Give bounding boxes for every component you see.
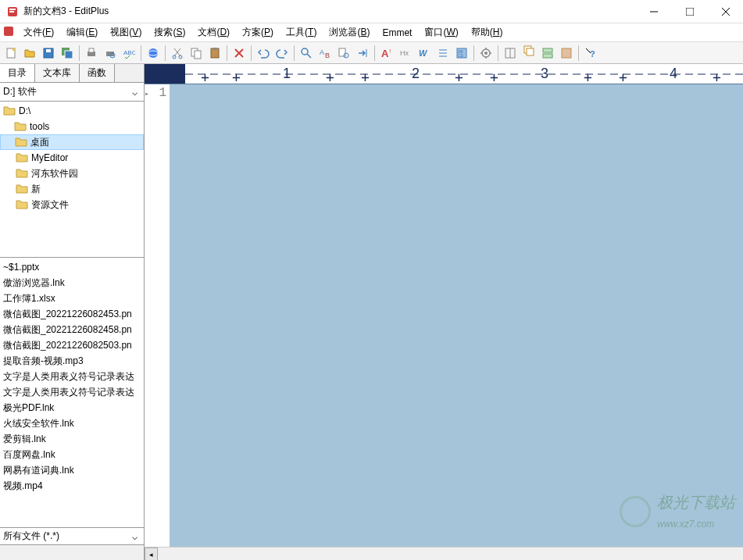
new-file-icon[interactable] xyxy=(2,45,20,62)
svg-rect-13 xyxy=(65,51,73,59)
list-item[interactable]: 视频.mp4 xyxy=(0,478,144,494)
print-icon[interactable] xyxy=(83,45,100,62)
svg-text:↑: ↑ xyxy=(388,48,391,55)
cut-icon[interactable] xyxy=(169,45,186,62)
minimize-button[interactable] xyxy=(643,4,665,20)
chevron-down-icon[interactable]: ⌵ xyxy=(128,87,141,98)
list-item[interactable]: 网易有道词典.lnk xyxy=(0,462,144,478)
chevron-down-icon[interactable]: ⌵ xyxy=(128,531,141,542)
window-title: 新的文档3 - EditPlus xyxy=(23,5,643,18)
window-horiz-icon[interactable] xyxy=(539,45,556,62)
open-file-icon[interactable] xyxy=(21,45,38,62)
list-item[interactable]: 文字是人类用表义符号记录表达 xyxy=(0,384,144,400)
word-wrap-icon[interactable]: W xyxy=(416,45,433,62)
list-item[interactable]: ~$1.pptx xyxy=(0,259,144,275)
copy-icon[interactable] xyxy=(188,45,205,62)
tree-item[interactable]: 资源文件 xyxy=(0,197,144,212)
close-button[interactable] xyxy=(715,4,737,20)
redo-icon[interactable] xyxy=(273,45,291,62)
browser-icon[interactable] xyxy=(145,45,162,62)
find-icon[interactable] xyxy=(298,45,315,62)
svg-rect-56 xyxy=(543,48,552,52)
list-item[interactable]: 爱剪辑.lnk xyxy=(0,431,144,447)
folder-open-icon xyxy=(3,105,16,116)
tree-item[interactable]: D:\ xyxy=(0,103,144,119)
line-number-icon[interactable] xyxy=(434,45,452,62)
menu-emmet[interactable]: Emmet xyxy=(376,26,418,40)
menu-tools[interactable]: 工具(T) xyxy=(280,24,323,41)
paste-icon[interactable] xyxy=(206,45,223,62)
svg-rect-24 xyxy=(195,51,201,59)
folder-tree: D:\ tools 桌面 MyEditor 河东软件园 新 xyxy=(0,102,144,258)
window-max-icon[interactable] xyxy=(558,45,575,62)
tree-item[interactable]: tools xyxy=(0,119,144,134)
app-menu-icon[interactable] xyxy=(3,26,14,39)
delete-icon[interactable] xyxy=(230,45,248,62)
list-item[interactable]: 微信截图_20221226082453.pn xyxy=(0,306,144,322)
tab-cliptext[interactable]: 文本库 xyxy=(35,64,80,82)
replace-icon[interactable]: AB xyxy=(316,45,334,62)
window-tile-icon[interactable] xyxy=(502,45,519,62)
filter-label: 所有文件 (*.*) xyxy=(3,530,128,543)
tree-item[interactable]: 新 xyxy=(0,181,144,197)
menu-window[interactable]: 窗口(W) xyxy=(418,24,464,41)
tree-item[interactable]: MyEditor xyxy=(0,150,144,166)
menu-project[interactable]: 方案(P) xyxy=(236,24,280,41)
svg-rect-26 xyxy=(213,48,216,50)
list-item[interactable]: 提取音频-视频.mp3 xyxy=(0,353,144,369)
list-item[interactable]: 微信截图_20221226082458.pn xyxy=(0,322,144,337)
svg-point-47 xyxy=(484,52,488,55)
svg-text:Hx: Hx xyxy=(400,49,409,57)
svg-point-29 xyxy=(302,48,308,55)
list-item[interactable]: 百度网盘.lnk xyxy=(0,447,144,462)
settings-icon[interactable] xyxy=(477,45,495,62)
menu-view[interactable]: 视图(V) xyxy=(104,24,148,41)
line-number: 1 xyxy=(159,86,166,100)
tree-item-selected[interactable]: 桌面 xyxy=(0,134,144,150)
help-icon[interactable]: ? xyxy=(582,45,599,62)
print-preview-icon[interactable] xyxy=(102,45,119,62)
folder-icon xyxy=(16,199,28,210)
save-icon[interactable] xyxy=(40,45,57,62)
watermark: 极光下载站 www.xz7.com xyxy=(620,492,735,531)
horizontal-scrollbar[interactable]: ◂ xyxy=(145,547,743,560)
column-select-icon[interactable]: ABCD xyxy=(453,45,470,62)
find-in-files-icon[interactable] xyxy=(335,45,352,62)
list-item[interactable]: 傲游浏览器.lnk xyxy=(0,275,144,291)
list-item[interactable]: 火绒安全软件.lnk xyxy=(0,416,144,431)
tab-directory[interactable]: 目录 xyxy=(0,64,35,82)
maximize-button[interactable] xyxy=(679,4,701,20)
font-increase-icon[interactable]: A↑ xyxy=(378,45,395,62)
svg-rect-57 xyxy=(543,54,552,58)
svg-rect-9 xyxy=(13,48,15,51)
undo-icon[interactable] xyxy=(255,45,272,62)
menu-document[interactable]: 文档(D) xyxy=(191,24,236,41)
tab-functions[interactable]: 函数 xyxy=(80,64,115,82)
svg-text:?: ? xyxy=(590,49,595,59)
goto-icon[interactable] xyxy=(354,45,371,62)
spellcheck-icon[interactable]: ABC xyxy=(120,45,138,62)
drive-selector[interactable]: D:] 软件 ⌵ xyxy=(0,83,144,102)
svg-line-30 xyxy=(307,54,311,58)
list-item[interactable]: 工作簿1.xlsx xyxy=(0,291,144,306)
menu-help[interactable]: 帮助(H) xyxy=(465,24,509,41)
text-editor[interactable]: 极光下载站 www.xz7.com xyxy=(170,84,743,547)
hex-icon[interactable]: Hx xyxy=(397,45,414,62)
window-cascade-icon[interactable] xyxy=(520,45,538,62)
menu-file[interactable]: 文件(F) xyxy=(17,24,60,41)
tree-item[interactable]: 河东软件园 xyxy=(0,166,144,181)
file-filter[interactable]: 所有文件 (*.*) ⌵ xyxy=(0,527,144,544)
list-item[interactable]: 文字是人类用表义符号记录表达 xyxy=(0,369,144,384)
folder-open-icon xyxy=(15,137,27,148)
menu-search[interactable]: 搜索(S) xyxy=(148,24,191,41)
scroll-left-icon[interactable]: ◂ xyxy=(145,548,158,560)
title-bar: 新的文档3 - EditPlus xyxy=(0,0,743,23)
list-item[interactable]: 极光PDF.lnk xyxy=(0,400,144,416)
svg-rect-33 xyxy=(339,48,345,56)
list-item[interactable]: 微信截图_20221226082503.pn xyxy=(0,337,144,353)
menu-bar: 文件(F) 编辑(E) 视图(V) 搜索(S) 文档(D) 方案(P) 工具(T… xyxy=(0,23,743,42)
menu-browser[interactable]: 浏览器(B) xyxy=(323,24,376,41)
save-all-icon[interactable] xyxy=(59,45,76,62)
svg-rect-1 xyxy=(9,9,16,10)
menu-edit[interactable]: 编辑(E) xyxy=(60,24,104,41)
